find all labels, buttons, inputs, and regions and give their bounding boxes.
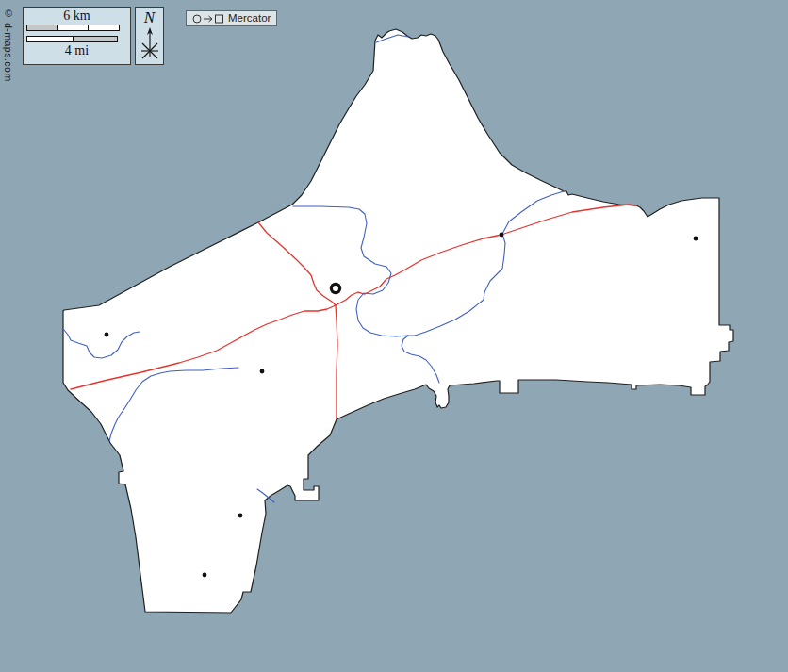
- north-label: N: [136, 9, 163, 26]
- map-page: { "attribution": "© d-maps.com", "scale_…: [0, 0, 788, 672]
- projection-symbol-icon: [192, 13, 224, 25]
- projection-label-box: Mercator: [186, 10, 277, 26]
- city-dot: [260, 369, 265, 374]
- projection-name: Mercator: [228, 11, 271, 25]
- city-dot: [105, 333, 109, 337]
- city-dot: [203, 573, 207, 578]
- scale-bar: 6 km 4 mi: [23, 7, 131, 65]
- city-dot: [694, 237, 698, 241]
- city-dot: [238, 514, 243, 518]
- scale-bar-km: [26, 25, 120, 31]
- scale-km-label: 6 km: [24, 9, 130, 23]
- north-arrow-icon: [137, 26, 163, 62]
- capital-city-ring: [331, 284, 339, 292]
- north-compass: N: [135, 7, 164, 65]
- map-canvas: [0, 0, 788, 672]
- attribution-text: © d-maps.com: [3, 8, 14, 82]
- territory-outline: [63, 29, 733, 613]
- city-dot: [500, 233, 504, 238]
- scale-mi-label: 4 mi: [24, 44, 130, 57]
- scale-bar-mi: [26, 36, 118, 42]
